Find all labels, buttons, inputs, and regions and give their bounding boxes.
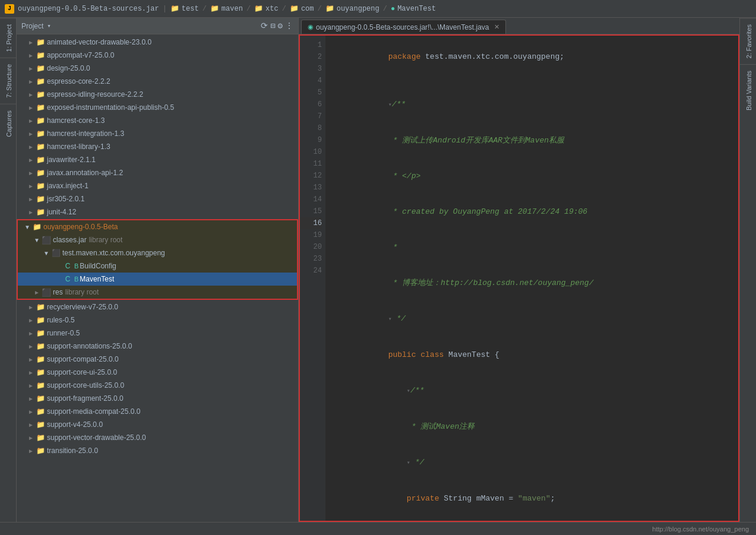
tree-label-package: test.maven.xtc.com.ouyangpeng	[62, 249, 165, 257]
code-line-3: ▾/**	[333, 87, 735, 123]
list-item[interactable]: ► 📁 support-media-compat-25.0.0	[17, 405, 298, 418]
tree-item-buildconfig[interactable]: C B BuildConfig	[18, 259, 297, 273]
code-content[interactable]: package test.maven.xtc.com.ouyangpeng; ▾…	[325, 34, 739, 522]
list-item[interactable]: ► 📁 design-25.0.0	[17, 62, 298, 75]
folder-icon-ouyangpeng: 📁	[325, 4, 334, 13]
project-tree[interactable]: ► 📁 animated-vector-drawable-23.0.0 ► 📁 …	[17, 34, 298, 522]
list-item[interactable]: ► 📁 support-vector-drawable-25.0.0	[17, 431, 298, 444]
list-item[interactable]: ► 📁 support-fragment-25.0.0	[17, 392, 298, 405]
folder-icon: 📁	[36, 156, 45, 164]
tree-item-package[interactable]: ▼ ⬛ test.maven.xtc.com.ouyangpeng	[18, 246, 297, 259]
breadcrumb-xtc-label: xtc	[265, 5, 279, 13]
project-panel-title: Project	[21, 22, 43, 30]
sync-icon[interactable]: ⟳	[261, 21, 268, 31]
list-item[interactable]: ► 📁 javax.inject-1	[17, 179, 298, 192]
tree-arrow: ►	[26, 409, 36, 415]
tab-project[interactable]: 1: Project	[0, 18, 16, 58]
list-item[interactable]: ► 📁 hamcrest-core-1.3	[17, 114, 298, 127]
side-tabs: 2: Favorites Build Variants	[739, 18, 756, 522]
line-num-15: 15	[299, 205, 322, 217]
tree-arrow-res: ►	[32, 289, 42, 296]
gear-icon[interactable]: ⋮	[285, 21, 293, 31]
list-item[interactable]: ► 📁 javax.annotation-api-1.2	[17, 166, 298, 179]
line-num-19: 19	[299, 229, 322, 241]
line-num-24: 24	[299, 265, 322, 277]
folder-icon: 📁	[36, 103, 45, 112]
tree-item-classes-jar[interactable]: ▼ ⬛ classes.jar library root	[18, 233, 297, 246]
tree-label-buildconfig: BuildConfig	[80, 262, 116, 270]
code-line-1: package test.maven.xtc.com.ouyangpeng;	[333, 39, 735, 75]
folder-icon-com: 📁	[290, 4, 299, 13]
tree-label: support-fragment-25.0.0	[47, 394, 124, 403]
line-num-3: 3	[299, 63, 322, 75]
list-item[interactable]: ► 📁 support-v4-25.0.0	[17, 418, 298, 431]
folder-icon: 📁	[36, 381, 45, 390]
tab-structure[interactable]: 7: Structure	[0, 58, 16, 104]
tree-label: support-compat-25.0.0	[47, 355, 119, 363]
project-dropdown[interactable]: ▾	[47, 22, 51, 30]
list-item[interactable]: ► 📁 hamcrest-library-1.3	[17, 140, 298, 153]
folder-icon: 📁	[36, 116, 45, 125]
list-item[interactable]: ► 📁 jsr305-2.0.1	[17, 192, 298, 205]
tree-item-res[interactable]: ► ⬛ res library root	[18, 286, 297, 299]
tree-label: support-v4-25.0.0	[47, 420, 103, 429]
list-item[interactable]: ► 📁 recyclerview-v7-25.0.0	[17, 300, 298, 314]
code-panel: ◉ ouyangpeng-0.0.5-Beta-sources.jar!\...…	[299, 18, 739, 522]
class-icon-maventest: C	[63, 275, 72, 283]
folder-icon: 📁	[36, 143, 45, 151]
tree-arrow: ►	[26, 118, 36, 124]
breadcrumb-maventest[interactable]: ● MavenTest	[391, 5, 436, 13]
title-jar: ouyangpeng-0.0.5-Beta-sources.jar	[18, 5, 159, 13]
code-line-8: * 博客地址：http://blog.csdn.net/ouyang_peng/	[333, 265, 735, 301]
editor-tab[interactable]: ◉ ouyangpeng-0.0.5-Beta-sources.jar!\...…	[301, 20, 506, 34]
tree-item-ouyangpeng-beta[interactable]: ▼ 📁 ouyangpeng-0.0.5-Beta	[18, 220, 297, 233]
tree-item-maventest[interactable]: C B MavenTest	[18, 273, 297, 286]
tree-arrow: ►	[26, 209, 36, 216]
list-item[interactable]: ► 📁 runner-0.5	[17, 327, 298, 340]
line-num-14: 14	[299, 194, 322, 205]
line-num-13: 13	[299, 182, 322, 194]
breadcrumb-test[interactable]: 📁 test	[170, 4, 199, 13]
list-item[interactable]: ► 📁 junit-4.12	[17, 205, 298, 219]
tree-arrow-expanded: ▼	[23, 224, 32, 230]
list-item[interactable]: ► 📁 support-core-ui-25.0.0	[17, 366, 298, 379]
breadcrumb-xtc[interactable]: 📁 xtc	[254, 4, 279, 13]
breadcrumb-com[interactable]: 📁 com	[290, 4, 314, 13]
tab-close-button[interactable]: ✕	[494, 23, 499, 31]
list-item[interactable]: ► 📁 rules-0.5	[17, 314, 298, 327]
breadcrumb-ouyangpeng[interactable]: 📁 ouyangpeng	[325, 4, 379, 13]
list-item[interactable]: ► 📁 support-compat-25.0.0	[17, 353, 298, 366]
code-line-6: * created by OuyangPeng at 2017/2/24 19:…	[333, 194, 735, 230]
breadcrumb-maven[interactable]: 📁 maven	[210, 4, 243, 13]
tab-captures[interactable]: Captures	[0, 104, 16, 143]
list-item[interactable]: ► 📁 exposed-instrumentation-api-publish-…	[17, 101, 298, 114]
tree-label: transition-25.0.0	[47, 447, 98, 455]
settings-icon[interactable]: ⚙	[278, 21, 283, 31]
tree-arrow-jar: ▼	[32, 237, 42, 243]
list-item[interactable]: ► 📁 transition-25.0.0	[17, 444, 298, 457]
list-item[interactable]: ► 📁 support-core-utils-25.0.0	[17, 379, 298, 392]
tab-build-variants[interactable]: Build Variants	[740, 64, 756, 116]
package-icon: ⬛	[51, 249, 61, 257]
code-line-13: ▾ */	[333, 445, 735, 481]
collapse-icon[interactable]: ⊟	[270, 21, 275, 31]
list-item[interactable]: ► 📁 animated-vector-drawable-23.0.0	[17, 36, 298, 49]
tree-label: support-core-utils-25.0.0	[47, 381, 124, 390]
list-item[interactable]: ► 📁 support-annotations-25.0.0	[17, 340, 298, 353]
folder-icon: 📁	[36, 90, 45, 99]
vertical-tabs: 1: Project 7: Structure Captures	[0, 18, 17, 522]
code-line-15	[333, 517, 735, 522]
folder-icon: 📁	[36, 407, 45, 416]
tree-label-library-root: library root	[89, 236, 123, 244]
line-num-11: 11	[299, 158, 322, 170]
tree-label: runner-0.5	[47, 329, 80, 337]
tree-arrow: ►	[26, 330, 36, 337]
folder-icon: 📁	[36, 368, 45, 376]
list-item[interactable]: ► 📁 javawriter-2.1.1	[17, 153, 298, 166]
list-item[interactable]: ► 📁 hamcrest-integration-1.3	[17, 127, 298, 140]
folder-icon-xtc: 📁	[254, 4, 263, 13]
tab-favorites[interactable]: 2: Favorites	[740, 18, 756, 64]
list-item[interactable]: ► 📁 appcompat-v7-25.0.0	[17, 49, 298, 62]
list-item[interactable]: ► 📁 espresso-idling-resource-2.2.2	[17, 88, 298, 101]
list-item[interactable]: ► 📁 espresso-core-2.2.2	[17, 75, 298, 88]
